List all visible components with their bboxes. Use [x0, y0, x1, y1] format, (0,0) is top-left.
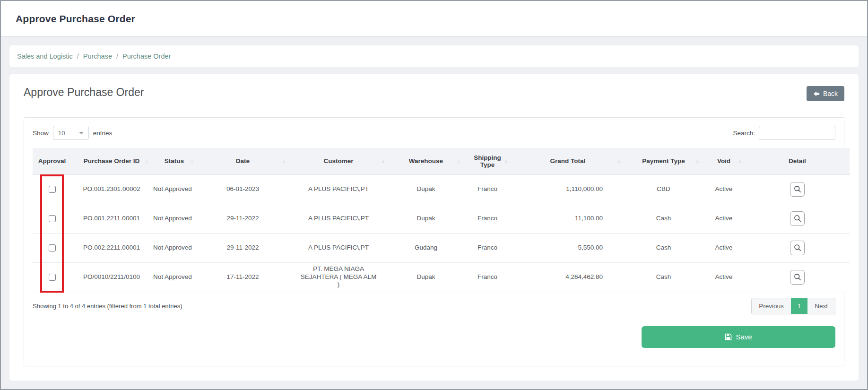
cell-grand-total: 11,100.00 — [511, 204, 625, 233]
sort-icon: ↑↓ — [457, 158, 460, 164]
search-label: Search: — [733, 130, 755, 137]
column-header-approval: Approval — [33, 148, 71, 174]
sort-icon: ↑↓ — [738, 158, 741, 164]
show-label: Show — [33, 130, 49, 137]
cell-payment-type: CBD — [625, 174, 703, 204]
cell-shipping-type: Franco — [464, 262, 511, 292]
cell-approval — [33, 204, 71, 233]
cell-date: 29-11-2022 — [197, 233, 289, 262]
cell-detail — [745, 204, 850, 233]
sort-icon: ↑↓ — [282, 158, 285, 164]
column-header-customer[interactable]: Customer↑↓ — [289, 148, 388, 174]
page-length-select[interactable]: 10 — [53, 126, 89, 140]
cell-customer: PT. MEGA NIAGA SEJAHTERA ( MEGA ALM ) — [289, 262, 388, 292]
column-header-detail: Detail — [745, 148, 850, 174]
cell-date: 17-11-2022 — [197, 262, 289, 292]
cell-approval — [33, 174, 71, 204]
page-title: Approve Purchase Order — [24, 86, 144, 99]
search-input[interactable] — [759, 126, 835, 140]
cell-shipping-type: Franco — [464, 174, 511, 204]
top-header: Approve Purchase Order — [1, 1, 867, 37]
cell-date: 06-01-2023 — [197, 174, 289, 204]
chevron-down-icon — [79, 132, 84, 134]
column-header-date[interactable]: Date↑↓ — [197, 148, 289, 174]
page-length-control: Show 10 entries — [33, 126, 112, 140]
cell-po-id: PO/0010/2211/0100 — [71, 262, 152, 292]
pagination-previous[interactable]: Previous — [752, 298, 791, 314]
cell-po-id: PO.001.2301.00002 — [71, 174, 152, 204]
page-content: Sales and Logistic / Purchase / Purchase… — [1, 37, 867, 389]
cell-warehouse: Dupak — [388, 204, 464, 233]
cell-customer: A PLUS PACIFIC\,PT — [289, 233, 388, 262]
breadcrumb-item-sales-and-logistic[interactable]: Sales and Logistic — [17, 52, 73, 60]
column-header-label: Date — [236, 157, 250, 165]
magnifier-icon — [794, 185, 801, 193]
purchase-order-table-wrap: ApprovalPurchase Order ID↑↓Status↑↓Date↑… — [33, 148, 835, 292]
card-header: Approve Purchase Order Back — [24, 86, 844, 107]
column-header-void[interactable]: Void↑↓ — [703, 148, 745, 174]
cell-customer: A PLUS PACIFIC\,PT — [289, 174, 388, 204]
approval-checkbox[interactable] — [49, 215, 56, 222]
cell-warehouse: Gudang — [388, 233, 464, 262]
back-button[interactable]: Back — [807, 86, 844, 101]
column-header-purchase-order-id[interactable]: Purchase Order ID↑↓ — [71, 148, 152, 174]
approval-checkbox[interactable] — [49, 244, 56, 251]
table-header-row: ApprovalPurchase Order ID↑↓Status↑↓Date↑… — [33, 148, 850, 174]
floppy-disk-icon — [725, 333, 732, 340]
cell-status: Not Approved — [152, 262, 197, 292]
column-header-label: Payment Type — [642, 157, 685, 165]
column-header-grand-total[interactable]: Grand Total↑↓ — [511, 148, 625, 174]
cell-status: Not Approved — [152, 233, 197, 262]
column-header-label: Purchase Order ID — [84, 157, 140, 165]
sort-icon: ↑↓ — [617, 158, 620, 164]
sort-icon: ↑↓ — [504, 158, 507, 164]
cell-payment-type: Cash — [625, 204, 703, 233]
detail-button[interactable] — [790, 182, 805, 197]
breadcrumb-item-purchase-order[interactable]: Purchase Order — [122, 52, 171, 60]
table-row: PO/0010/2211/0100 Not Approved 17-11-202… — [33, 262, 850, 292]
column-header-label: Customer — [323, 157, 353, 165]
cell-shipping-type: Franco — [464, 204, 511, 233]
column-header-warehouse[interactable]: Warehouse↑↓ — [388, 148, 464, 174]
approval-checkbox[interactable] — [49, 274, 56, 281]
save-button[interactable]: Save — [642, 326, 835, 348]
magnifier-icon — [794, 273, 801, 281]
magnifier-icon — [794, 215, 801, 222]
table-row: PO.002.2211.00001 Not Approved 29-11-202… — [33, 233, 850, 262]
detail-button[interactable] — [790, 211, 805, 226]
entries-label: entries — [93, 130, 113, 137]
pagination: Previous 1 Next — [751, 298, 835, 314]
window-title: Approve Purchase Order — [16, 13, 135, 25]
cell-approval — [33, 233, 71, 262]
column-header-status[interactable]: Status↑↓ — [152, 148, 197, 174]
app-window: Approve Purchase Order Sales and Logisti… — [0, 0, 868, 390]
cell-payment-type: Cash — [625, 262, 703, 292]
cell-approval — [33, 262, 71, 292]
cell-po-id: PO.002.2211.00001 — [71, 233, 152, 262]
table-info: Showing 1 to 4 of 4 entries (filtered fr… — [33, 303, 182, 310]
column-header-shipping-type[interactable]: Shipping Type↑↓ — [464, 148, 511, 174]
search-control: Search: — [733, 126, 835, 140]
table-row: PO.001.2211.00001 Not Approved 29-11-202… — [33, 204, 850, 233]
approval-checkbox[interactable] — [49, 186, 56, 193]
detail-button[interactable] — [790, 270, 805, 285]
pagination-page-1[interactable]: 1 — [791, 298, 808, 314]
table-row: PO.001.2301.00002 Not Approved 06-01-202… — [33, 174, 850, 204]
breadcrumb-item-purchase[interactable]: Purchase — [83, 52, 112, 60]
cell-status: Not Approved — [152, 174, 197, 204]
cell-status: Not Approved — [152, 204, 197, 233]
column-header-label: Shipping Type — [474, 154, 501, 168]
column-header-payment-type[interactable]: Payment Type↑↓ — [625, 148, 703, 174]
pagination-next[interactable]: Next — [807, 298, 835, 314]
magnifier-icon — [794, 244, 801, 251]
cell-detail — [745, 233, 850, 262]
cell-grand-total: 1,110,000.00 — [511, 174, 625, 204]
detail-button[interactable] — [790, 241, 805, 255]
save-button-label: Save — [736, 333, 752, 341]
column-header-label: Approval — [38, 157, 66, 165]
save-row: Save — [33, 326, 835, 348]
cell-grand-total: 4,264,462.80 — [511, 262, 625, 292]
table-panel: Show 10 entries Search: — [24, 117, 844, 366]
sort-icon: ↑↓ — [381, 158, 384, 164]
back-button-label: Back — [823, 90, 838, 97]
